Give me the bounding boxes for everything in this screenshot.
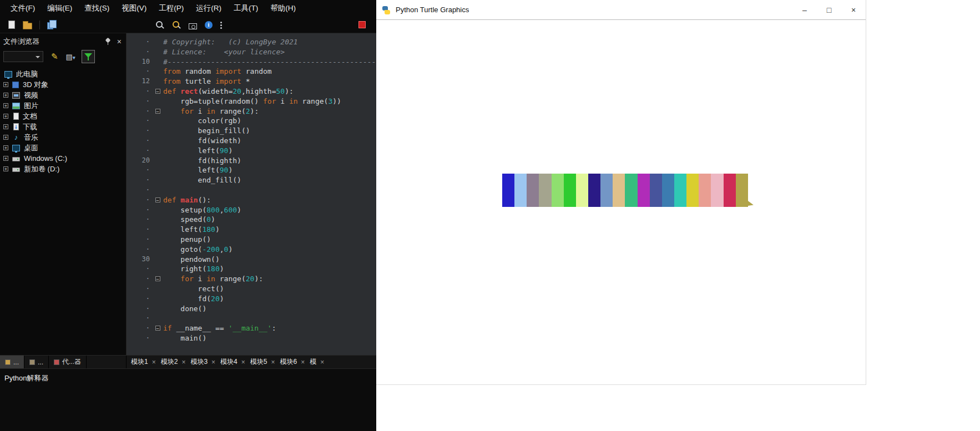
code-line[interactable]: · begin_fill() bbox=[127, 126, 376, 136]
expand-icon[interactable]: + bbox=[3, 103, 8, 108]
tree-item[interactable]: +↓下载 bbox=[0, 121, 126, 132]
code-line[interactable]: · main() bbox=[127, 333, 376, 343]
tree-item[interactable]: +3D 对象 bbox=[0, 79, 126, 90]
menu-item[interactable]: 文件(F) bbox=[4, 0, 41, 17]
code-editor[interactable]: ·# Copyright: (c) LongBye 2021·# Licence… bbox=[127, 33, 376, 355]
close-tab-icon[interactable]: × bbox=[320, 358, 324, 366]
module-tab[interactable]: 模× bbox=[310, 357, 329, 367]
close-tab-icon[interactable]: × bbox=[181, 358, 185, 366]
expand-icon[interactable]: + bbox=[3, 82, 8, 87]
code-line[interactable]: · fd(wideth) bbox=[127, 136, 376, 146]
module-tab[interactable]: 模块5× bbox=[250, 357, 280, 367]
code-line[interactable]: · setup(800,600) bbox=[127, 205, 376, 215]
tree-item[interactable]: 此电脑 bbox=[0, 69, 126, 79]
minimize-button[interactable]: – bbox=[792, 0, 817, 19]
expand-icon[interactable]: + bbox=[3, 93, 8, 98]
code-line[interactable]: ·# Licence: <your licence> bbox=[127, 47, 376, 57]
stop-icon[interactable] bbox=[358, 21, 366, 28]
code-line[interactable]: ·− for i in range(2): bbox=[127, 107, 376, 116]
fold-collapse-icon[interactable]: − bbox=[155, 89, 160, 94]
panel-tab[interactable]: ... bbox=[24, 356, 49, 368]
pin-icon[interactable] bbox=[105, 38, 112, 45]
code-line[interactable]: · rgb=tuple(random() for i in range(3)) bbox=[127, 97, 376, 107]
menu-item[interactable]: 编辑(E) bbox=[41, 0, 78, 17]
fold-collapse-icon[interactable]: − bbox=[155, 197, 160, 202]
expand-icon[interactable]: + bbox=[3, 145, 8, 150]
close-tab-icon[interactable]: × bbox=[301, 358, 305, 366]
menu-item[interactable]: 查找(S) bbox=[78, 0, 115, 17]
code-line[interactable]: · right(180) bbox=[127, 264, 376, 274]
menu-item[interactable]: 工具(T) bbox=[228, 0, 264, 17]
code-line[interactable]: · left(90) bbox=[127, 165, 376, 175]
code-line[interactable]: · end_fill() bbox=[127, 175, 376, 185]
code-line[interactable]: · goto(-200,0) bbox=[127, 245, 376, 255]
module-tab[interactable]: 模块4× bbox=[220, 357, 250, 367]
menu-item[interactable]: 运行(R) bbox=[190, 0, 228, 17]
code-line[interactable]: ·from random import random bbox=[127, 67, 376, 77]
turtle-window-titlebar[interactable]: Python Turtle Graphics – □ × bbox=[376, 0, 866, 20]
sort-icon[interactable]: ▤▾ bbox=[66, 53, 75, 61]
close-tab-icon[interactable]: × bbox=[271, 358, 275, 366]
code-line[interactable]: · bbox=[127, 313, 376, 323]
close-panel-icon[interactable]: × bbox=[116, 38, 123, 45]
code-line[interactable]: · left(90) bbox=[127, 146, 376, 156]
code-line[interactable]: · bbox=[127, 185, 376, 195]
expand-icon[interactable]: + bbox=[3, 124, 8, 129]
module-tab[interactable]: 模块6× bbox=[280, 357, 310, 367]
screenshot-icon[interactable] bbox=[189, 23, 197, 29]
fold-collapse-icon[interactable]: − bbox=[155, 326, 160, 331]
tree-item[interactable]: +♪音乐 bbox=[0, 132, 126, 143]
menu-item[interactable]: 工程(P) bbox=[153, 0, 190, 17]
edit-icon[interactable]: ✎ bbox=[51, 52, 58, 62]
expand-icon[interactable]: + bbox=[3, 166, 8, 171]
tree-item[interactable]: +桌面 bbox=[0, 143, 126, 153]
filter-button[interactable] bbox=[82, 50, 95, 63]
panel-tab[interactable]: 代...器 bbox=[49, 356, 87, 368]
code-line[interactable]: 30 pendown() bbox=[127, 255, 376, 265]
menu-item[interactable]: 视图(V) bbox=[115, 0, 153, 17]
more-tools-icon[interactable] bbox=[220, 22, 222, 23]
code-line[interactable]: ·−def rect(wideth=20,highth=50): bbox=[127, 87, 376, 97]
expand-icon[interactable]: + bbox=[3, 135, 8, 140]
panel-tab[interactable]: ... bbox=[0, 356, 24, 368]
code-line[interactable]: 10#-------------------------------------… bbox=[127, 57, 376, 67]
open-file-icon[interactable] bbox=[23, 23, 32, 29]
close-tab-icon[interactable]: × bbox=[211, 358, 215, 366]
code-line[interactable]: · color(rgb) bbox=[127, 116, 376, 126]
close-tab-icon[interactable]: × bbox=[152, 358, 156, 366]
tree-item[interactable]: +图片 bbox=[0, 100, 126, 111]
filter-combobox[interactable] bbox=[3, 51, 43, 62]
code-line[interactable]: ·−def main(): bbox=[127, 195, 376, 205]
close-tab-icon[interactable]: × bbox=[241, 358, 245, 366]
expand-icon[interactable]: + bbox=[3, 114, 8, 119]
tree-item[interactable]: +Windows (C:) bbox=[0, 153, 126, 164]
code-line[interactable]: 20 fd(highth) bbox=[127, 156, 376, 166]
code-line[interactable]: ·−if __name__ == '__main__': bbox=[127, 323, 376, 333]
new-file-icon[interactable] bbox=[8, 21, 15, 29]
fold-collapse-icon[interactable]: − bbox=[155, 109, 160, 114]
tree-item[interactable]: +视频 bbox=[0, 90, 126, 100]
copy-icon[interactable] bbox=[47, 22, 53, 29]
code-line[interactable]: 12from turtle import * bbox=[127, 77, 376, 87]
module-tab[interactable]: 模块2× bbox=[161, 357, 191, 367]
code-line[interactable]: · fd(20) bbox=[127, 294, 376, 304]
code-line[interactable]: · speed(0) bbox=[127, 215, 376, 225]
code-line[interactable]: ·− for i in range(20): bbox=[127, 274, 376, 284]
search-in-files-icon[interactable] bbox=[172, 21, 181, 29]
maximize-button[interactable]: □ bbox=[817, 0, 841, 19]
close-button[interactable]: × bbox=[841, 0, 866, 19]
module-tab[interactable]: 模块3× bbox=[190, 357, 220, 367]
fold-collapse-icon[interactable]: − bbox=[155, 276, 160, 281]
code-line[interactable]: · penup() bbox=[127, 235, 376, 245]
code-line[interactable]: ·# Copyright: (c) LongBye 2021 bbox=[127, 37, 376, 47]
about-icon[interactable] bbox=[205, 21, 213, 29]
tree-item[interactable]: +新加卷 (D:) bbox=[0, 164, 126, 174]
code-line[interactable]: · rect() bbox=[127, 284, 376, 294]
code-line[interactable]: · done() bbox=[127, 304, 376, 314]
menu-item[interactable]: 帮助(H) bbox=[264, 0, 302, 17]
expand-icon[interactable]: + bbox=[3, 156, 8, 161]
module-tab[interactable]: 模块1× bbox=[131, 357, 161, 367]
search-icon[interactable] bbox=[155, 21, 164, 29]
code-line[interactable]: · left(180) bbox=[127, 225, 376, 235]
tree-item[interactable]: +文档 bbox=[0, 111, 126, 121]
